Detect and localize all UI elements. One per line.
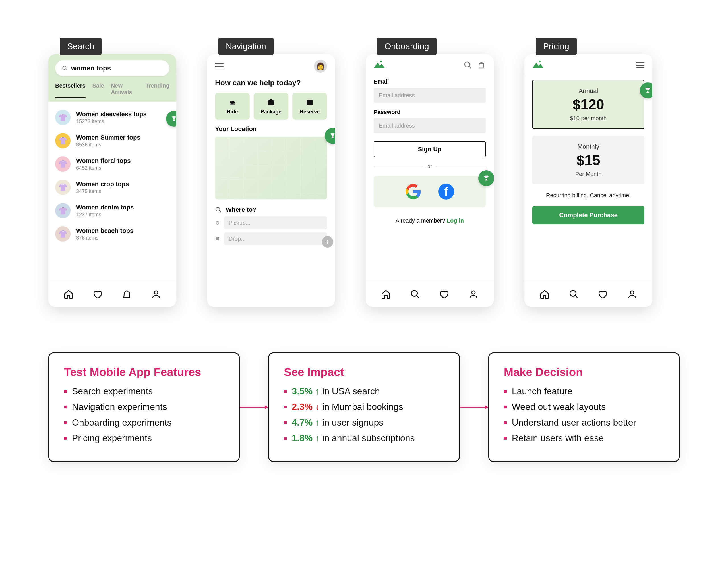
result-title: Women crop tops — [76, 181, 129, 188]
car-icon — [228, 98, 237, 107]
phone-pricing: Annual $120 $10 per month Monthly $15 Pe… — [524, 54, 652, 307]
email-field[interactable]: Email address — [374, 88, 486, 103]
avatar[interactable]: 👩 — [314, 60, 327, 73]
user-icon[interactable] — [627, 289, 637, 299]
list-item: Search experiments — [64, 386, 224, 397]
list-item: 2.3% ↓ in Mumbai bookings — [284, 402, 444, 412]
complete-purchase-button[interactable]: Complete Purchase — [532, 206, 644, 224]
svg-line-8 — [469, 66, 471, 69]
tab-trending[interactable]: Trending — [146, 82, 170, 98]
action-reserve-label: Reserve — [300, 109, 320, 115]
heart-icon[interactable] — [93, 289, 103, 299]
already-member: Already a member? Log in — [374, 217, 486, 224]
plan-monthly-sub: Per Month — [538, 171, 639, 177]
list-item: Pricing experiments — [64, 433, 224, 444]
or-divider: or — [374, 164, 486, 170]
step-decision-title: Make Decision — [504, 366, 664, 379]
user-icon[interactable] — [151, 289, 161, 299]
search-icon — [215, 206, 222, 213]
action-reserve[interactable]: Reserve — [292, 93, 327, 120]
hamburger-icon[interactable] — [636, 62, 644, 68]
svg-line-5 — [219, 211, 221, 212]
list-item[interactable]: 👚 Women denim tops 1237 items — [55, 199, 170, 222]
svg-point-6 — [380, 60, 382, 62]
list-item[interactable]: 👚 Women crop tops 3475 items — [55, 176, 170, 199]
heart-icon[interactable] — [598, 289, 608, 299]
list-item[interactable]: 👚 Women beach tops 876 items — [55, 222, 170, 246]
logo-icon — [374, 60, 385, 70]
svg-line-1 — [66, 69, 67, 71]
tab-new-arrivals[interactable]: New Arrivals — [111, 82, 139, 98]
action-ride[interactable]: Ride — [215, 93, 250, 120]
avatar: 👚 — [55, 203, 71, 218]
bag-icon[interactable] — [122, 289, 132, 299]
result-sub: 3475 items — [76, 188, 129, 194]
heart-icon[interactable] — [439, 289, 449, 299]
avatar: 👚 — [55, 133, 71, 149]
plan-annual-caption: Annual — [538, 87, 639, 95]
password-field[interactable]: Email address — [374, 118, 486, 133]
phone-onboarding: Email Email address Password Email addre… — [366, 54, 494, 307]
svg-point-2 — [154, 291, 158, 294]
list-item: Weed out weak layouts — [504, 402, 664, 412]
result-title: Women beach tops — [76, 227, 133, 235]
result-title: Women sleeveless tops — [76, 111, 147, 118]
where-label: Where to? — [226, 206, 257, 213]
tab-sale[interactable]: Sale — [93, 82, 104, 98]
search-icon[interactable] — [569, 289, 579, 299]
svg-point-11 — [472, 291, 475, 294]
label-pricing: Pricing — [536, 37, 577, 55]
result-sub: 1237 items — [76, 212, 134, 218]
hamburger-icon[interactable] — [215, 63, 224, 69]
login-link[interactable]: Log in — [447, 217, 464, 224]
arrow-connector — [460, 352, 488, 462]
action-package[interactable]: Package — [254, 93, 288, 120]
search-icon[interactable] — [464, 61, 472, 69]
billing-note: Recurring billing. Cancel anytime. — [532, 192, 644, 199]
home-icon[interactable] — [381, 289, 391, 299]
plan-monthly[interactable]: Monthly $15 Per Month — [532, 136, 644, 184]
step-impact: See Impact 3.5% ↑ in USA search2.3% ↓ in… — [268, 352, 460, 462]
calendar-icon — [306, 98, 314, 107]
list-item[interactable]: 👚 Women sleeveless tops 15273 items — [55, 106, 170, 129]
pickup-input[interactable]: Pickup... — [224, 216, 327, 230]
bottom-nav — [48, 281, 176, 307]
drop-input[interactable]: Drop... — [224, 232, 327, 245]
search-input[interactable]: women tops — [55, 60, 170, 76]
drop-marker-icon — [215, 237, 220, 240]
svg-point-13 — [570, 290, 576, 296]
bag-icon[interactable] — [477, 61, 486, 69]
plan-monthly-price: $15 — [538, 152, 639, 168]
list-item: 3.5% ↑ in USA search — [284, 386, 444, 397]
search-icon[interactable] — [410, 289, 420, 299]
list-item: Navigation experiments — [64, 402, 224, 412]
step-impact-title: See Impact — [284, 366, 444, 379]
avatar: 👚 — [55, 156, 71, 172]
pickup-marker-icon — [215, 221, 220, 224]
signup-button[interactable]: Sign Up — [374, 141, 486, 157]
map[interactable] — [215, 137, 327, 199]
user-icon[interactable] — [468, 289, 478, 299]
phone-navigation: 👩 How can we help today? Ride Package Re… — [207, 54, 335, 307]
result-sub: 6452 items — [76, 165, 131, 171]
list-item[interactable]: 👚 Women Summer tops 8536 items — [55, 129, 170, 152]
list-item[interactable]: 👚 Women floral tops 6452 items — [55, 152, 170, 176]
plan-annual[interactable]: Annual $120 $10 per month — [532, 80, 644, 129]
home-icon[interactable] — [540, 289, 550, 299]
plan-annual-sub: $10 per month — [538, 115, 639, 122]
svg-rect-3 — [307, 100, 313, 105]
google-icon[interactable] — [405, 184, 421, 200]
package-icon — [267, 98, 275, 107]
social-login: f — [374, 176, 486, 207]
svg-line-10 — [416, 295, 419, 298]
svg-point-4 — [216, 207, 220, 211]
search-query: women tops — [71, 64, 111, 72]
result-sub: 15273 items — [76, 118, 147, 125]
add-stop-button[interactable]: + — [322, 236, 333, 247]
phone-search: women tops Bestsellers Sale New Arrivals… — [48, 54, 176, 307]
tab-bestsellers[interactable]: Bestsellers — [55, 82, 85, 98]
facebook-icon[interactable]: f — [438, 184, 454, 200]
step-decision: Make Decision Launch featureWeed out wea… — [488, 352, 680, 462]
home-icon[interactable] — [63, 289, 74, 299]
logo-icon — [532, 60, 544, 70]
